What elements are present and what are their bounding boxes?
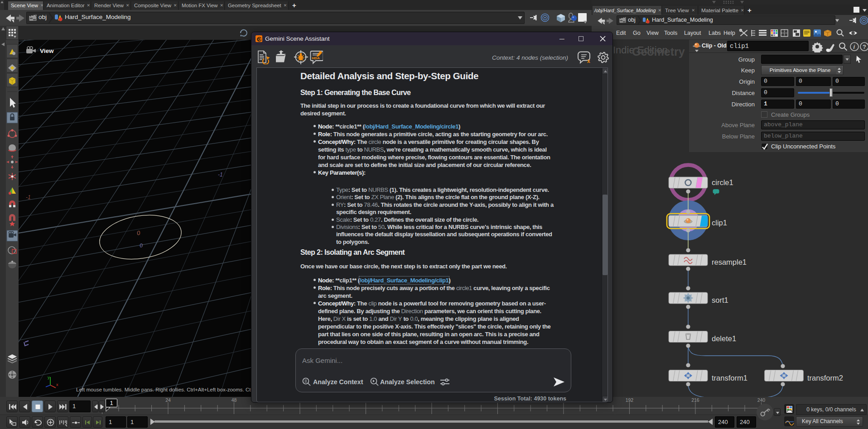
svg-text:24: 24	[165, 397, 171, 403]
svg-text:HDA: HDA	[312, 56, 320, 60]
svg-text:i: i	[854, 43, 855, 50]
svg-text:resample1: resample1	[712, 258, 747, 266]
svg-text:-1: -1	[218, 172, 223, 178]
svg-text:sort1: sort1	[712, 296, 728, 304]
svg-text:transform2: transform2	[807, 374, 843, 382]
svg-text:circle1: circle1	[712, 178, 733, 186]
svg-text:y: y	[48, 375, 50, 380]
svg-text:240: 240	[757, 397, 766, 403]
svg-text:?: ?	[863, 43, 866, 50]
svg-text:-1: -1	[26, 194, 31, 200]
svg-text:x: x	[587, 58, 590, 64]
svg-text:0: 0	[136, 229, 141, 237]
svg-text:transform1: transform1	[712, 374, 747, 382]
svg-text:0: 0	[139, 242, 143, 249]
svg-text:192: 192	[626, 397, 634, 403]
svg-text:216: 216	[691, 397, 699, 403]
svg-text:48: 48	[231, 397, 237, 403]
svg-text:x: x	[56, 382, 58, 387]
svg-text:clip1: clip1	[712, 219, 727, 227]
svg-text:delete1: delete1	[712, 334, 736, 343]
